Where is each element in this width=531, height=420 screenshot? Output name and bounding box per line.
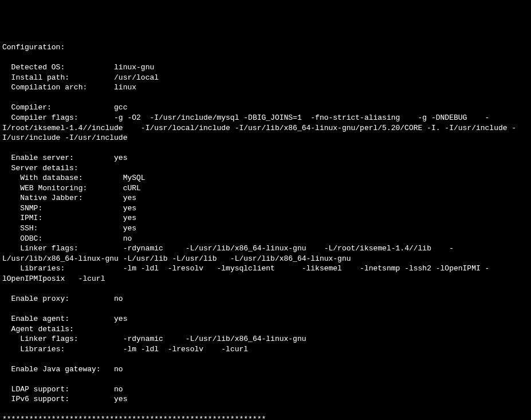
config-header: Configuration:	[2, 43, 65, 52]
terminal-content: Detected OS: linux-gnu Install path: /us…	[2, 63, 516, 420]
terminal-output[interactable]: Configuration: Detected OS: linux-gnu In…	[2, 42, 529, 420]
